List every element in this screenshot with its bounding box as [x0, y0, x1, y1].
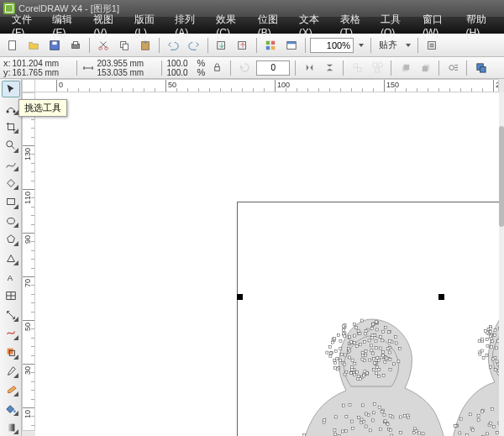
separator [256, 38, 257, 53]
wrap-text-button[interactable] [444, 60, 461, 76]
svg-rect-132 [350, 366, 353, 369]
svg-rect-50 [361, 319, 364, 322]
svg-rect-10 [144, 40, 147, 43]
print-button[interactable] [66, 36, 85, 55]
separator [417, 38, 418, 53]
options-button[interactable] [423, 36, 441, 55]
new-button[interactable] [3, 36, 22, 55]
svg-rect-176 [329, 352, 332, 355]
selection-handle[interactable] [237, 294, 243, 300]
svg-rect-167 [377, 375, 380, 377]
freehand-tool[interactable] [2, 156, 20, 173]
undo-button[interactable] [164, 36, 182, 55]
svg-rect-624 [493, 425, 496, 428]
svg-rect-94 [335, 350, 338, 353]
fill-tool[interactable] [2, 400, 20, 417]
svg-rect-163 [371, 334, 374, 337]
svg-rect-130 [365, 355, 367, 357]
svg-rect-155 [386, 348, 389, 350]
svg-rect-300 [383, 413, 386, 416]
svg-rect-316 [389, 414, 391, 417]
polygon-tool[interactable] [2, 231, 20, 248]
svg-rect-113 [342, 325, 344, 328]
zoom-tool[interactable] [2, 137, 20, 154]
table-tool[interactable] [2, 287, 20, 304]
svg-rect-308 [417, 432, 420, 434]
svg-rect-159 [357, 376, 360, 378]
interactive-tool[interactable] [2, 344, 20, 360]
svg-rect-51 [399, 348, 402, 350]
export-button[interactable] [234, 36, 252, 55]
svg-rect-152 [343, 334, 345, 337]
svg-rect-52 [369, 359, 371, 361]
svg-rect-274 [373, 412, 375, 414]
cut-button[interactable] [94, 36, 113, 55]
import-button[interactable] [213, 36, 231, 55]
paste-button[interactable] [136, 36, 155, 55]
mirror-v-button[interactable] [321, 60, 338, 76]
svg-rect-492 [489, 328, 491, 330]
svg-rect-177 [374, 362, 376, 365]
dimension-tool[interactable] [2, 307, 20, 323]
eyedropper-tool[interactable] [2, 363, 20, 380]
svg-rect-169 [359, 333, 361, 335]
svg-rect-421 [494, 369, 496, 371]
interactive-fill-tool[interactable] [2, 419, 20, 436]
scrollbar-thumb[interactable] [499, 126, 504, 227]
svg-rect-178 [354, 363, 356, 365]
scrollbar-vertical[interactable] [499, 92, 504, 436]
copy-button[interactable] [115, 36, 134, 55]
selection-handle[interactable] [438, 294, 444, 300]
svg-rect-182 [375, 346, 377, 349]
convert-curves-button[interactable] [472, 60, 489, 76]
ungroup-button[interactable] [349, 60, 365, 76]
traced-bitmap[interactable] [228, 302, 504, 436]
rotation-field[interactable]: 0 [256, 60, 290, 76]
svg-rect-472 [490, 331, 492, 334]
menu-help[interactable]: 帮助(H) [459, 11, 499, 40]
svg-rect-92 [373, 358, 375, 360]
basic-shapes-tool[interactable] [2, 250, 20, 266]
lock-ratio-button[interactable] [208, 60, 225, 76]
save-button[interactable] [45, 36, 64, 55]
smart-tool[interactable] [2, 175, 20, 192]
shape-tool[interactable] [2, 99, 20, 116]
canvas[interactable] [35, 92, 504, 436]
text-tool[interactable]: A [2, 269, 20, 286]
ellipse-tool[interactable] [2, 213, 20, 229]
svg-rect-311 [422, 433, 424, 435]
svg-rect-32 [480, 67, 486, 73]
svg-rect-150 [357, 329, 360, 332]
ruler-origin[interactable] [22, 79, 35, 92]
svg-rect-388 [486, 344, 489, 347]
svg-rect-2 [52, 41, 56, 45]
svg-rect-643 [480, 410, 483, 412]
svg-rect-58 [333, 360, 336, 362]
svg-rect-293 [365, 412, 367, 415]
separator [370, 38, 371, 53]
open-button[interactable] [24, 36, 43, 55]
to-back-button[interactable] [417, 60, 433, 76]
zoom-level-field[interactable]: 100% [310, 38, 354, 53]
svg-rect-96 [339, 339, 342, 342]
outline-tool[interactable] [2, 381, 20, 398]
app-launcher-button[interactable] [261, 36, 280, 55]
connector-tool[interactable] [2, 325, 20, 342]
svg-rect-156 [361, 351, 364, 354]
pick-tool[interactable] [2, 81, 20, 97]
ungroup-all-button[interactable] [369, 60, 386, 76]
to-front-button[interactable] [396, 60, 413, 76]
mirror-h-button[interactable] [301, 60, 318, 76]
redo-button[interactable] [185, 36, 203, 55]
welcome-button[interactable] [282, 36, 301, 55]
separator [207, 38, 208, 53]
zoom-dropdown-icon[interactable] [356, 36, 366, 55]
ruler-vertical[interactable]: 1501301109070503010 [22, 92, 35, 431]
ruler-horizontal[interactable]: 050100150200 [22, 79, 499, 92]
crop-tool[interactable] [2, 118, 20, 135]
svg-rect-27 [403, 65, 409, 71]
rectangle-tool[interactable] [2, 193, 20, 210]
menu-table[interactable]: 表格(T) [333, 11, 372, 40]
svg-rect-123 [328, 346, 331, 349]
snap-dropdown-icon[interactable] [403, 36, 413, 55]
